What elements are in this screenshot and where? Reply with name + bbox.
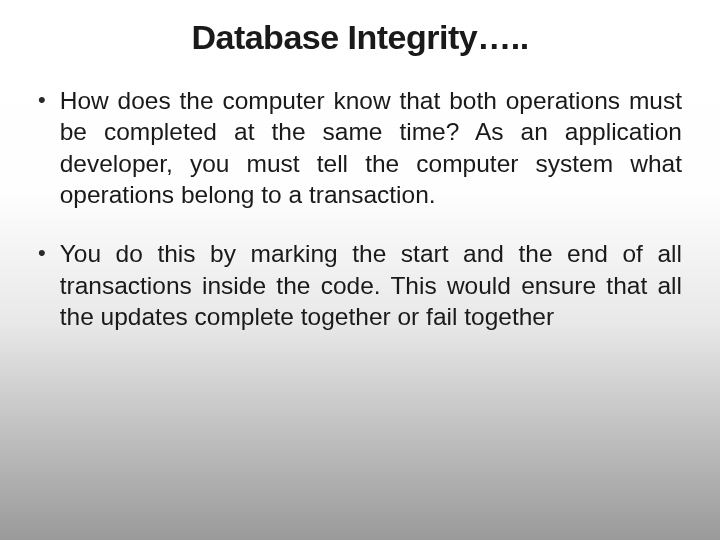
bullet-item: • You do this by marking the start and t… [38,238,682,332]
bullet-marker-icon: • [38,89,46,111]
slide-title: Database Integrity….. [30,18,690,57]
bullet-text: How does the computer know that both ope… [60,85,682,210]
slide-content: • How does the computer know that both o… [30,85,690,333]
bullet-text: You do this by marking the start and the… [60,238,682,332]
bullet-item: • How does the computer know that both o… [38,85,682,210]
bullet-marker-icon: • [38,242,46,264]
slide-container: Database Integrity….. • How does the com… [0,0,720,540]
